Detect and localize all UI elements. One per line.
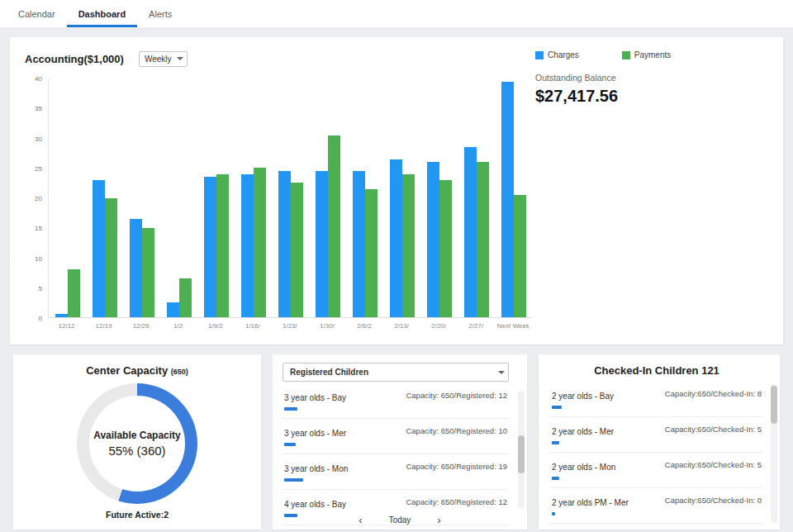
bar-group (51, 78, 84, 317)
list-item[interactable]: 2 year olds PM - Mer Capacity:650/Checke… (550, 488, 763, 524)
list-item[interactable]: 3 year olds - Bay Capacity: 650/Register… (283, 383, 509, 419)
accounting-title: Accounting($1,000) (25, 53, 124, 65)
today-label[interactable]: Today (389, 515, 411, 525)
payments-swatch-icon (622, 51, 630, 59)
list-item[interactable]: 2 year olds - Mon Capacity:650/Checked-I… (550, 453, 763, 488)
x-axis-label: 12/26 (125, 322, 158, 330)
bar-payments (216, 174, 229, 317)
capacity-text: Capacity: 650/Registered: 19 (406, 462, 507, 471)
bottom-row: Center Capacity (650) Available Capacity… (13, 354, 780, 530)
x-axis-label: 1/23/ (273, 322, 306, 330)
group-label: 3 year olds - Mer (284, 429, 346, 438)
bar-group (423, 78, 456, 317)
bar-group (163, 78, 196, 317)
bar-charges (316, 171, 328, 317)
list-item[interactable]: 3 year olds - Mer Capacity: 650/Register… (283, 419, 509, 454)
charges-swatch-icon (535, 51, 544, 59)
available-capacity-label: Available Capacity (93, 430, 181, 441)
bar-payments (179, 278, 192, 317)
period-select[interactable]: Weekly (139, 51, 188, 67)
capacity-text: Capacity: 650/Registered: 12 (406, 497, 507, 506)
registered-list: 3 year olds - Bay Capacity: 650/Register… (283, 383, 509, 525)
legend-charges-label: Charges (548, 50, 579, 59)
bar-charges (464, 147, 477, 317)
bar-charges (390, 159, 402, 317)
bar-group (497, 78, 530, 317)
bar-payments (142, 228, 154, 317)
list-item[interactable]: 2 year olds - Mer Capacity:650/Checked-I… (550, 417, 763, 453)
group-label: 3 year olds - Mon (284, 464, 348, 473)
bar-charges (130, 219, 142, 317)
group-label: 3 year olds - Bay (284, 393, 346, 402)
bar-payments (365, 189, 378, 317)
y-axis-label: 35 (35, 105, 42, 112)
next-page-button[interactable]: › (434, 515, 444, 525)
future-active-label: Future Active:2 (13, 510, 261, 520)
bar-charges (204, 177, 216, 317)
scrollbar[interactable] (771, 384, 777, 523)
x-axis-label: 2/20/ (422, 322, 455, 330)
x-axis-label: 12/19 (88, 322, 121, 330)
outstanding-balance-value: $27,417.56 (535, 87, 775, 106)
tab-alerts[interactable]: Alerts (137, 0, 183, 27)
pagination: ‹ Today › (273, 515, 527, 525)
progress-bar (284, 478, 303, 482)
bar-payments (477, 162, 489, 317)
legend-charges: Charges (535, 50, 579, 59)
y-axis: 0510152025303540 (25, 78, 48, 318)
checked-in-list: 2 year olds - Bay Capacity:650/Checked-I… (550, 382, 763, 524)
capacity-text: Capacity:650/Checked-In: 8 (665, 389, 762, 398)
list-item[interactable]: 2 year olds - Bay Capacity:650/Checked-I… (550, 382, 763, 417)
capacity-text: Capacity:650/Checked-In: 0 (665, 496, 762, 505)
progress-bar (552, 441, 559, 444)
scrollbar-thumb[interactable] (771, 386, 777, 424)
checked-in-title: Checked-In Children 121 (550, 364, 763, 377)
legend-payments: Payments (622, 50, 671, 59)
x-axis-label: 1/9/2 (199, 322, 232, 330)
bar-payments (402, 174, 415, 317)
group-label: 2 year olds - Mer (552, 427, 614, 436)
capacity-text: Capacity: 650/Registered: 12 (406, 391, 507, 400)
y-axis-label: 25 (35, 164, 42, 172)
progress-bar (552, 477, 559, 480)
bar-group (386, 78, 419, 317)
capacity-donut: Available Capacity 55% (360) (77, 383, 197, 504)
y-axis-label: 30 (35, 135, 42, 142)
group-label: 2 year olds - Mon (552, 463, 615, 472)
tab-dashboard[interactable]: Dashboard (67, 0, 137, 27)
group-label: 4 year olds - Bay (284, 500, 346, 509)
scrollbar[interactable] (518, 391, 525, 508)
legend-payments-label: Payments (634, 50, 671, 59)
x-axis-label: 1/16/ (236, 322, 269, 330)
registered-select-wrap: Registered Children (283, 363, 509, 382)
x-axis-label: 1/2 (162, 322, 195, 330)
bar-group (311, 78, 344, 317)
period-select-wrap: Weekly (139, 50, 188, 67)
bar-group (460, 78, 493, 317)
capacity-text: Capacity:650/Checked-In: 5 (665, 425, 762, 434)
bar-payments (105, 198, 117, 318)
scrollbar-thumb[interactable] (518, 435, 525, 473)
group-label: 2 year olds PM - Mer (552, 498, 629, 507)
center-capacity-title: Center Capacity (650) (13, 364, 261, 377)
bar-charges (278, 171, 291, 317)
tab-calendar[interactable]: Calendar (7, 0, 67, 27)
plot-area (48, 78, 532, 318)
progress-bar (284, 443, 296, 446)
bar-charges (241, 174, 254, 317)
bar-charges (353, 171, 365, 317)
donut-center: Available Capacity 55% (360) (89, 396, 185, 492)
x-axis-label: 2/27/ (459, 322, 492, 330)
bar-group (88, 78, 121, 317)
bar-charges (55, 314, 68, 317)
bar-charges (167, 302, 179, 317)
registered-children-select[interactable]: Registered Children (283, 363, 509, 382)
y-axis-label: 10 (35, 254, 42, 262)
prev-page-button[interactable]: ‹ (355, 515, 365, 525)
top-nav: Calendar Dashboard Alerts (0, 0, 793, 27)
list-item[interactable]: 3 year olds - Mon Capacity: 650/Register… (283, 454, 509, 490)
x-axis-label: 1/30/ (311, 322, 344, 330)
x-axis: 12/1212/1912/261/21/9/21/16/1/23/1/30/2/… (48, 318, 532, 330)
accounting-summary: Charges Payments Outstanding Balance $27… (535, 50, 775, 106)
bar-group (274, 78, 307, 317)
